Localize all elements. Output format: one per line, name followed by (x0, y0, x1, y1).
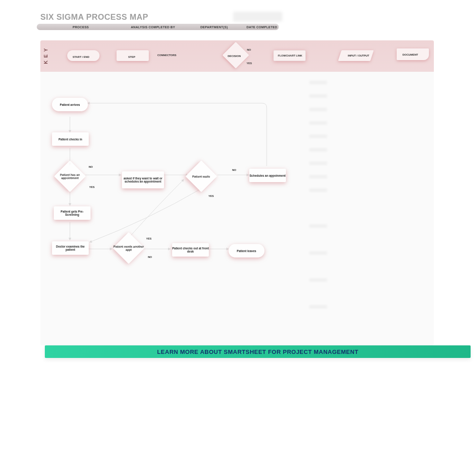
key-flowchart-link-label: FLOWCHART LINK (278, 54, 302, 57)
node-asked-wait[interactable]: asked if they want to wait or schedules … (122, 171, 164, 188)
node-patient-arrives[interactable]: Patient arrives (52, 98, 88, 111)
key-decision-label: DECISION (228, 55, 241, 57)
header-input-placeholder[interactable] (233, 12, 282, 22)
flowchart-canvas: KEY START / END STEP CONNECTORS DECISION… (40, 40, 434, 345)
key-input-output-label: INPUT / OUTPUT (348, 54, 369, 57)
footer-banner[interactable]: LEARN MORE ABOUT SMARTSHEET FOR PROJECT … (45, 345, 471, 358)
meta-analysis-label: ANALYSIS COMPLETED BY (131, 26, 175, 29)
has-appt-yes: YES (89, 186, 95, 188)
key-connectors-label: CONNECTORS (157, 54, 177, 57)
node-patient-leaves[interactable]: Patient leaves (229, 244, 264, 257)
node-has-appointment-label: Patient has an appointment (54, 173, 86, 179)
meta-department-label: DEPARTMENT(S) (200, 26, 228, 29)
meta-date-label: DATE COMPLETED (247, 26, 277, 29)
node-needs-another-appt[interactable]: Patient needs another appt (113, 232, 145, 264)
waits-yes: YES (208, 195, 214, 197)
node-patient-waits-label: Patient waits (186, 175, 217, 178)
meta-bar: PROCESS ANALYSIS COMPLETED BY DEPARTMENT… (37, 24, 279, 30)
key-legend-strip: KEY START / END STEP CONNECTORS DECISION… (40, 40, 434, 72)
connector-arrows (40, 40, 434, 345)
meta-process-label: PROCESS (73, 26, 89, 29)
node-doctor-examines[interactable]: Doctor examines the patient (52, 241, 89, 255)
key-step-label: STEP (128, 56, 135, 58)
needs-yes: YES (146, 237, 151, 240)
node-checkout[interactable]: Patient checks out at front desk (172, 243, 209, 257)
node-needs-another-appt-label: Patient needs another appt (113, 245, 144, 251)
footer-banner-text: LEARN MORE ABOUT SMARTSHEET FOR PROJECT … (157, 349, 358, 355)
page-title: SIX SIGMA PROCESS MAP (40, 13, 148, 22)
node-schedules[interactable]: Schedules an appoinment (249, 169, 286, 182)
key-startend-label: START / END (73, 56, 89, 58)
key-document-label: DOCUMENT (402, 53, 418, 57)
has-appt-no: NO (89, 166, 93, 168)
needs-no: NO (148, 256, 152, 258)
node-prescreening[interactable]: Patient gets Pre-Screening (54, 206, 91, 220)
node-has-appointment[interactable]: Patient has an appointment (54, 161, 86, 192)
key-decision-yes: YES (247, 62, 252, 65)
waits-no: NO (232, 169, 236, 171)
key-label: KEY (43, 46, 48, 64)
key-decision-no: NO (247, 48, 251, 51)
node-patient-waits[interactable]: Patient waits (186, 161, 217, 192)
node-patient-checks-in[interactable]: Patient checks in (52, 132, 89, 146)
